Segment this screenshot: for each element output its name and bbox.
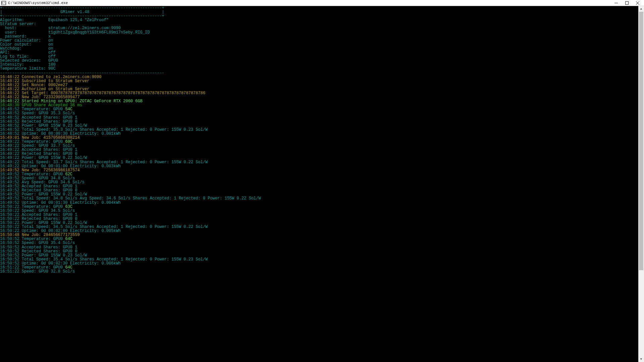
window-title: C:\WINDOWS\system32\cmd.exe [8,1,68,5]
scroll-track[interactable] [638,12,644,356]
log-line: 16:49:52 Avg Speed: GPU0 34.6 Sol/s [0,180,644,184]
log-line: 16:50:52 Accepted Shares: GPU0 1 [0,245,644,249]
log-line: 16:50:52 Rejected Shares: GPU0 0 [0,249,644,253]
log-line: 16:50:22 Temperature: GPU0 63C [0,205,644,209]
log-line: 16:50:22 Rejected Shares: GPU0 0 [0,217,644,221]
log-line: Algorithm: Equihash 125,4 "ZelProof" [0,18,644,22]
log-line: 16:48:22 Started Mining on GPU0: ZOTAC G… [0,99,644,103]
log-line: host: stratum://zel.2miners.com:9090 [0,26,644,30]
close-button[interactable] [635,1,640,5]
log-line: 16:49:52 Uptime: 0d 00:01:30 Electricity… [0,201,644,205]
cmd-icon: C:\ [1,1,6,5]
log-line: 16:50:22 Uptime: 0d 00:02:00 Electricity… [0,229,644,233]
log-line: 16:49:22 Temperature: GPU0 60C [0,140,644,144]
log-line: 16:49:22 Rejected Shares: GPU0 0 [0,152,644,156]
log-line: API: off [0,51,644,55]
log-line: 16:50:22 Speed: GPU0 34.5 Sol/s [0,209,644,213]
log-line: 16:49:52 Rejected Shares: GPU0 0 [0,188,644,192]
log-line: Color output: on [0,43,644,47]
svg-rect-1 [626,1,629,4]
log-line: 16:49:22 Uptime: 0d 00:01:00 Electricity… [0,164,644,168]
log-line: Temperature limits: 90C [0,67,644,71]
vertical-scrollbar[interactable]: ▲ ▼ [638,6,644,362]
log-line: 16:49:01 New Job: 415705868308214 [0,136,644,140]
log-line: 16:49:52 Speed: GPU0 34.8 Sol/s [0,176,644,180]
log-line: 16:49:22 Accepted Shares: GPU0 1 [0,148,644,152]
log-line: 16:50:52 Power: GPU0 155W 0.23 Sol/W [0,253,644,257]
log-line: Log to file: off [0,55,644,59]
log-line: 16:50:52 Uptime: 0d 00:02:30 Electricity… [0,261,644,265]
log-line: 16:48:22 Subscribed to Stratum Server [0,79,644,83]
log-line: 16:48:52 Speed: GPU0 35.3 Sol/s [0,111,644,115]
log-line: user: t1gUhtiZgxqBnqgbY1G3tH6FL89m17nSeb… [0,31,644,35]
log-line: 16:49:22 Power: GPU0 155W 0.22 Sol/W [0,156,644,160]
log-line: 16:48:52 Power: GPU0 155W 0.23 Sol/W [0,124,644,128]
log-line: 16:50:48 New Job: 284656677173559 [0,233,644,237]
log-line: 16:48:22 Connected to zel.2miners.com:90… [0,75,644,79]
log-line: Intensity: 100 [0,63,644,67]
log-line: 16:48:52 Uptime: 0d 00:00:30 Electricity… [0,132,644,136]
log-line: 16:51:22 Temperature: GPU0 64C [0,265,644,269]
log-line: 16:48:22 Set Nonce: 0002ee27 [0,83,644,87]
minimize-button[interactable] [614,1,619,5]
scroll-up-arrow-icon[interactable]: ▲ [638,6,644,12]
log-line: 16:50:52 Temperature: GPU0 64C [0,237,644,241]
log-line: 16:48:36 GPU0 Share Accepted 36 ms [0,103,644,107]
log-line: 16:48:52 Temperature: GPU0 54C [0,107,644,111]
log-line: 16:51:22 Speed: GPU0 32.8 Sol/s [0,269,644,274]
window-controls [614,1,640,5]
console-output: +---------------------------------------… [0,6,644,362]
log-line: Watchdog: on [0,47,644,51]
log-line: 16:49:52 Temperature: GPU0 62C [0,172,644,176]
log-line: Selected devices: GPU0 [0,59,644,63]
log-line: Power calculator: on [0,39,644,43]
window-titlebar: C:\ C:\WINDOWS\system32\cmd.exe [0,0,644,6]
log-line: 16:49:22 Speed: GPU0 33.7 Sol/s [0,144,644,148]
log-line: 16:49:22 Total Speed: 33.7 Sol/s Shares … [0,160,644,164]
log-line: 16:49:52 Accepted Shares: GPU0 1 [0,184,644,188]
log-line: 16:48:52 Accepted Shares: GPU0 1 [0,116,644,120]
scroll-thumb[interactable] [639,12,643,270]
log-line: 16:49:52 New Job: 725636986187574 [0,168,644,172]
log-line: 16:49:52 Total Speed: 34.8 Sol/s Avg Spe… [0,196,644,200]
log-line: 16:48:22 Set Target: 0007878787878787878… [0,91,644,95]
maximize-button[interactable] [625,1,629,5]
log-line: ----------------------------------------… [0,71,644,75]
log-line: 16:50:52 Speed: GPU0 35.4 Sol/s [0,241,644,245]
log-line: password: x [0,35,644,39]
log-line: 16:50:22 Accepted Shares: GPU0 1 [0,213,644,217]
log-line: 16:48:52 Rejected Shares: GPU0 0 [0,120,644,124]
scroll-down-arrow-icon[interactable]: ▼ [638,356,644,362]
